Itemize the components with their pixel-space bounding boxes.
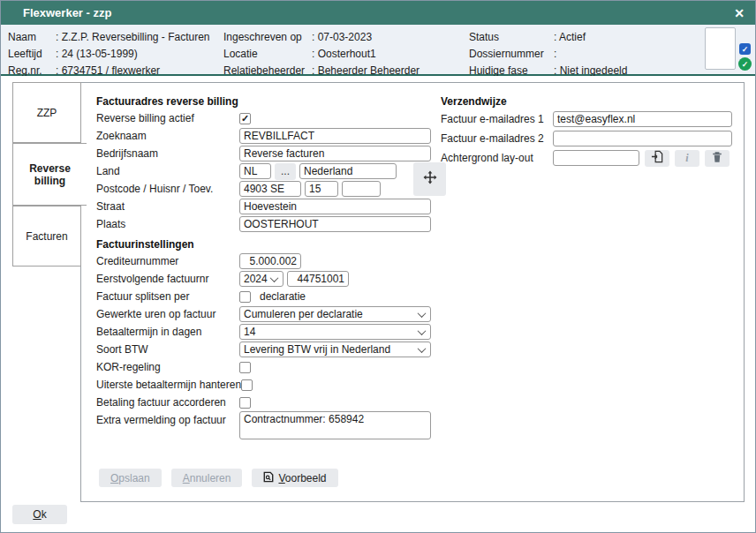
crediteurnummer-input[interactable]: [239, 253, 301, 269]
declaratie-checkbox[interactable]: [239, 291, 251, 303]
soort-btw-label: Soort BTW: [96, 343, 239, 356]
postcode-input[interactable]: [239, 181, 301, 197]
move-icon: [423, 170, 437, 188]
opslaan-accel: O: [110, 472, 118, 484]
declaratie-option-label: declaratie: [260, 290, 306, 303]
achtergrond-upload-button[interactable]: [645, 150, 669, 167]
land-browse-button[interactable]: ...: [275, 163, 296, 180]
betaaltermijn-value: 14: [244, 326, 255, 338]
import-document-icon: [651, 150, 664, 166]
email1-label: Factuur e-mailadres 1: [441, 113, 553, 125]
photo-placeholder: [705, 27, 736, 70]
voorbeeld-rest: oorbeeld: [285, 472, 327, 484]
ok-accel: O: [33, 508, 41, 521]
header-label: Naam: [8, 29, 56, 46]
section-title-factuurinstellingen: Factuurinstellingen: [96, 236, 448, 252]
land-label: Land: [96, 165, 239, 177]
main-area: ZZP Reverse billing Facturen Factuuradre…: [1, 76, 755, 530]
plaats-input[interactable]: [239, 216, 431, 232]
chevron-down-icon: [418, 309, 427, 318]
gewerkte-uren-value: Cumuleren per declaratie: [244, 308, 363, 320]
factuurnr-jaar-select[interactable]: 2024: [239, 271, 284, 287]
zoeknaam-input[interactable]: [239, 128, 431, 144]
checkbox-status-icon[interactable]: ✓: [739, 43, 751, 55]
postcode-label: Postcode / Huisnr / Toev.: [96, 183, 239, 195]
preview-document-icon: [263, 471, 274, 485]
flexwerker-window: Flexwerker - zzp ✕ Naam : Z.Z.P. Reverse…: [0, 0, 756, 533]
straat-label: Straat: [96, 200, 239, 213]
straat-input[interactable]: [239, 199, 431, 214]
reverse-billing-actief-checkbox[interactable]: ✓: [239, 113, 251, 124]
betaling-accorderen-checkbox[interactable]: [239, 397, 251, 409]
tab-facturen[interactable]: Facturen: [12, 206, 81, 266]
betaaltermijn-label: Betaaltermijn in dagen: [96, 326, 239, 338]
land-code-input[interactable]: [239, 163, 271, 179]
trash-icon: [711, 151, 723, 166]
info-icon: i: [685, 152, 688, 165]
soort-btw-value: Levering BTW vrij in Nederland: [244, 343, 390, 356]
header-column-person: Naam : Z.Z.P. Reversebilling - Facturen …: [8, 29, 210, 79]
header-value: : Oosterhout1: [312, 46, 420, 63]
gewerkte-uren-label: Gewerkte uren op factuur: [96, 308, 239, 320]
annuleren-accel: A: [183, 472, 190, 484]
header-column-registration: Ingeschreven op : 07-03-2023 Locatie : O…: [223, 29, 420, 79]
achtergrond-label: Achtergrond lay-out: [441, 152, 553, 164]
header-label: Locatie: [223, 46, 312, 63]
kor-regeling-label: KOR-regeling: [96, 361, 239, 373]
form-column-right: Verzendwijze Factuur e-mailadres 1 Factu…: [441, 93, 734, 168]
achtergrond-delete-button[interactable]: [705, 150, 730, 167]
betaaltermijn-select[interactable]: 14: [239, 324, 431, 340]
betaling-accorderen-label: Betaling factuur accorderen: [96, 396, 239, 409]
achtergrond-info-button[interactable]: i: [675, 150, 699, 167]
voorbeeld-button[interactable]: Voorbeeld: [252, 469, 337, 487]
header-value: : 24 (13-05-1999): [56, 46, 210, 63]
close-icon[interactable]: ✕: [734, 7, 745, 19]
email1-input[interactable]: [553, 111, 732, 127]
reverse-billing-actief-label: Reverse billing actief: [96, 112, 239, 124]
kor-regeling-checkbox[interactable]: [239, 362, 251, 373]
extra-vermelding-label: Extra vermelding op factuur: [96, 411, 239, 426]
form-column-left: Factuuradres reverse billing Reverse bil…: [96, 93, 448, 439]
form-actions: Opslaan Annuleren Voorbeeld: [99, 469, 338, 487]
achtergrond-input[interactable]: [553, 150, 639, 166]
header-label: Leeftijd: [8, 46, 56, 63]
toevoeging-input[interactable]: [342, 181, 381, 197]
factuur-splitsen-label: Factuur splitsen per: [96, 290, 239, 303]
ok-rest: k: [42, 508, 47, 521]
plaats-label: Plaats: [96, 218, 239, 230]
header-value: : Actief: [554, 29, 627, 46]
extra-vermelding-textarea[interactable]: Contractnummer: 658942: [239, 411, 431, 439]
annuleren-button[interactable]: Annuleren: [171, 469, 243, 487]
bedrijfsnaam-input[interactable]: [239, 146, 431, 161]
header-label: Status: [469, 29, 554, 46]
title-bar: Flexwerker - zzp ✕: [1, 1, 755, 25]
factuurnr-label: Eerstvolgende factuurnr: [96, 273, 239, 285]
factuurnr-input[interactable]: [287, 271, 349, 287]
land-naam-input[interactable]: [299, 163, 397, 179]
soort-btw-select[interactable]: Levering BTW vrij in Nederland: [239, 342, 431, 357]
huisnr-input[interactable]: [305, 181, 338, 197]
tab-zzp[interactable]: ZZP: [12, 82, 81, 143]
annuleren-rest: nnuleren: [190, 472, 231, 484]
factuurnr-jaar-value: 2024: [244, 273, 268, 285]
uiterste-betaaltermijn-label: Uiterste betaaltermijn hanteren: [96, 379, 241, 391]
header-label: Dossiernummer: [469, 46, 554, 63]
opslaan-rest: pslaan: [118, 472, 149, 484]
chevron-down-icon: [418, 327, 427, 335]
ok-button[interactable]: Ok: [12, 505, 67, 524]
email2-input[interactable]: [553, 131, 732, 146]
crediteurnummer-label: Crediteurnummer: [96, 255, 239, 267]
header-value: :: [554, 46, 627, 63]
ok-status-icon: ✓: [738, 57, 752, 71]
voorbeeld-accel: V: [278, 472, 284, 484]
header-label: Ingeschreven op: [223, 29, 312, 46]
section-title-verzendwijze: Verzendwijze: [441, 93, 734, 109]
opslaan-button[interactable]: Opslaan: [99, 469, 162, 487]
tab-reverse-billing[interactable]: Reverse billing: [12, 143, 87, 206]
flexwerker-header: Naam : Z.Z.P. Reversebilling - Facturen …: [1, 25, 755, 76]
uiterste-betaaltermijn-checkbox[interactable]: [241, 379, 253, 391]
chevron-down-icon: [418, 344, 427, 353]
window-title: Flexwerker - zzp: [23, 6, 734, 19]
chevron-down-icon: [270, 274, 279, 282]
gewerkte-uren-select[interactable]: Cumuleren per declaratie: [239, 306, 431, 322]
